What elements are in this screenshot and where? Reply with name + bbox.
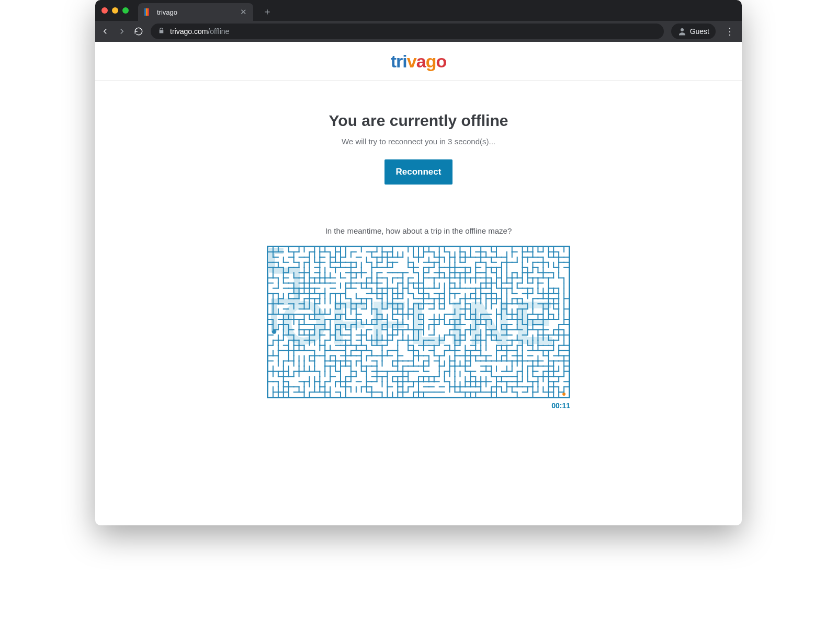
browser-toolbar: trivago.com/offline Guest ⋮ <box>95 21 742 42</box>
new-tab-icon[interactable]: ＋ <box>263 5 272 18</box>
offline-panel: You are currently offline We will try to… <box>95 80 742 410</box>
profile-label: Guest <box>690 27 709 36</box>
url-path: /offline <box>208 27 229 36</box>
svg-rect-7 <box>271 304 277 332</box>
browser-tab[interactable]: trivago ✕ <box>138 3 253 21</box>
logo-letter: t <box>391 51 396 71</box>
svg-point-2044 <box>272 330 276 334</box>
browser-chrome: trivago ✕ ＋ trivago.com/offline Guest ⋮ <box>95 0 742 42</box>
profile-icon <box>677 27 687 36</box>
close-window-icon[interactable] <box>101 7 108 14</box>
reconnect-button[interactable]: Reconnect <box>384 159 453 185</box>
url-domain: trivago.com <box>170 27 208 36</box>
trivago-logo: trivago <box>391 51 446 72</box>
logo-letter: g <box>426 51 436 71</box>
logo-letter: o <box>436 51 446 71</box>
logo-letter: a <box>416 51 426 71</box>
maze-canvas: OFFLINE <box>268 247 569 397</box>
maze-game[interactable]: OFFLINE <box>267 246 570 398</box>
address-bar[interactable]: trivago.com/offline <box>151 24 664 39</box>
logo-letter: v <box>407 51 416 71</box>
tab-title: trivago <box>157 8 177 16</box>
lock-icon <box>158 27 165 36</box>
offline-subtext: We will try to reconnect you in 3 second… <box>95 137 742 146</box>
maze-caption: In the meantime, how about a trip in the… <box>95 226 742 235</box>
titlebar: trivago ✕ ＋ <box>95 0 742 21</box>
reload-icon[interactable] <box>134 27 143 36</box>
svg-point-2045 <box>562 393 565 396</box>
page-content: trivago You are currently offline We wil… <box>95 42 742 410</box>
svg-point-0 <box>681 28 684 31</box>
url-text: trivago.com/offline <box>170 27 229 36</box>
forward-icon[interactable] <box>117 27 127 36</box>
minimize-window-icon[interactable] <box>112 7 118 14</box>
tab-close-icon[interactable]: ✕ <box>240 7 247 17</box>
maze-section: In the meantime, how about a trip in the… <box>95 226 742 410</box>
site-header: trivago <box>95 42 742 80</box>
favicon-icon <box>144 8 153 16</box>
logo-letter: i <box>402 51 406 71</box>
maximize-window-icon[interactable] <box>122 7 129 14</box>
logo-letter: r <box>396 51 402 71</box>
menu-icon[interactable]: ⋮ <box>723 26 737 37</box>
offline-heading: You are currently offline <box>95 112 742 130</box>
window-controls <box>101 7 129 14</box>
back-icon[interactable] <box>100 27 110 36</box>
profile-button[interactable]: Guest <box>671 24 716 39</box>
maze-timer: 00:11 <box>267 401 570 410</box>
